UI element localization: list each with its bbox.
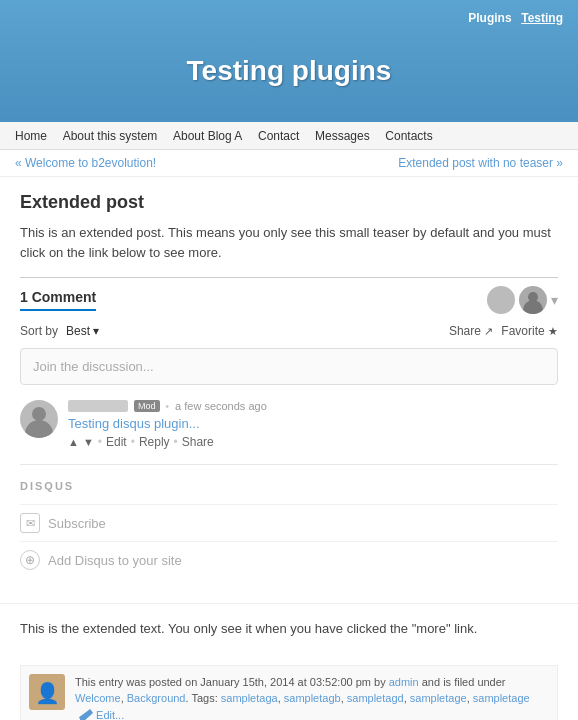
- post-title: Extended post: [20, 192, 558, 213]
- comment-share-link[interactable]: Share: [182, 435, 214, 449]
- tag5-link[interactable]: sampletage: [473, 692, 530, 704]
- disqus-header: 1 Comment ▾: [20, 278, 558, 320]
- extended-text: This is the extended text. You only see …: [0, 603, 578, 655]
- edit-pencil-icon: [79, 709, 93, 720]
- disqus-icon-person: [519, 286, 547, 314]
- disqus-icons: ▾: [487, 286, 558, 314]
- disqus-menu-icon[interactable]: ▾: [551, 292, 558, 308]
- disqus-logo: DISQUS: [20, 480, 558, 492]
- post-body: This is an extended post. This means you…: [20, 223, 558, 262]
- comment-time: a few seconds ago: [175, 400, 267, 412]
- comment-edit-link[interactable]: Edit: [106, 435, 127, 449]
- comment-meta: Mod • a few seconds ago: [68, 400, 558, 412]
- subscribe-icon: ✉: [20, 513, 40, 533]
- nav-messages[interactable]: Messages: [315, 129, 370, 143]
- sort-dropdown[interactable]: Best: [66, 324, 99, 338]
- comment-username: [68, 400, 128, 412]
- comment-count: 1 Comment: [20, 289, 96, 311]
- vote-up-icon[interactable]: ▲: [68, 436, 79, 448]
- favorite-link[interactable]: Favorite ★: [501, 324, 558, 338]
- subscribe-label[interactable]: Subscribe: [48, 516, 106, 531]
- site-title: Testing plugins: [15, 35, 563, 117]
- disqus-icon-circle: [487, 286, 515, 314]
- add-disqus-label[interactable]: Add Disqus to your site: [48, 553, 182, 568]
- comment-body-wrap: Mod • a few seconds ago Testing disqus p…: [68, 400, 558, 449]
- comment-avatar: [20, 400, 58, 438]
- site-header: Plugins Testing Testing plugins: [0, 0, 578, 122]
- edit-link[interactable]: Edit...: [96, 709, 124, 720]
- add-disqus-icon: ⊕: [20, 550, 40, 570]
- tag1-link[interactable]: sampletaga: [221, 692, 278, 704]
- plugins-link[interactable]: Plugins: [468, 11, 511, 25]
- nav-bar: Home About this system About Blog A Cont…: [0, 122, 578, 150]
- sort-right: Share ↗ Favorite ★: [449, 324, 558, 338]
- disqus-section: 1 Comment ▾ Sort by Best Share ↗: [20, 277, 558, 588]
- comment-item: Mod • a few seconds ago Testing disqus p…: [20, 400, 558, 449]
- vote-down-icon[interactable]: ▼: [83, 436, 94, 448]
- tag4-link[interactable]: sampletage: [410, 692, 467, 704]
- post-content: Extended post This is an extended post. …: [0, 177, 578, 603]
- nav-about-system[interactable]: About this system: [63, 129, 158, 143]
- background-tag-link[interactable]: Background: [127, 692, 186, 704]
- comment-reply-link[interactable]: Reply: [139, 435, 170, 449]
- nav-contacts[interactable]: Contacts: [385, 129, 432, 143]
- nav-contact[interactable]: Contact: [258, 129, 299, 143]
- header-top-links: Plugins Testing: [15, 10, 563, 25]
- tag3-link[interactable]: sampletagd: [347, 692, 404, 704]
- entry-text: This entry was posted on January 15th, 2…: [75, 676, 386, 688]
- comment-text[interactable]: Testing disqus plugin...: [68, 416, 558, 431]
- welcome-tag-link[interactable]: Welcome: [75, 692, 121, 704]
- sort-left: Sort by Best: [20, 324, 99, 338]
- add-disqus-action: ⊕ Add Disqus to your site: [20, 541, 558, 578]
- author-link[interactable]: admin: [389, 676, 419, 688]
- sort-label: Sort by: [20, 324, 58, 338]
- post-footer-text: This entry was posted on January 15th, 2…: [75, 674, 549, 720]
- share-link[interactable]: Share ↗: [449, 324, 493, 338]
- post-footer: This entry was posted on January 15th, 2…: [20, 665, 558, 720]
- testing-link[interactable]: Testing: [521, 11, 563, 25]
- tag2-link[interactable]: sampletagb: [284, 692, 341, 704]
- next-post-link[interactable]: Extended post with no teaser »: [398, 156, 563, 170]
- post-nav: « Welcome to b2evolution! Extended post …: [0, 150, 578, 177]
- discussion-input[interactable]: Join the discussion...: [20, 348, 558, 385]
- tags-label: Tags:: [191, 692, 217, 704]
- nav-about-blog[interactable]: About Blog A: [173, 129, 242, 143]
- filed-under-text: and is filed under: [422, 676, 506, 688]
- comment-mod-badge: Mod: [134, 400, 160, 412]
- nav-home[interactable]: Home: [15, 129, 47, 143]
- subscribe-action: ✉ Subscribe: [20, 504, 558, 541]
- sort-bar: Sort by Best Share ↗ Favorite ★: [20, 320, 558, 348]
- disqus-footer: DISQUS ✉ Subscribe ⊕ Add Disqus to your …: [20, 464, 558, 588]
- prev-post-link[interactable]: « Welcome to b2evolution!: [15, 156, 156, 170]
- author-avatar: [29, 674, 65, 710]
- comment-actions: ▲ ▼ • Edit • Reply • Share: [68, 435, 558, 449]
